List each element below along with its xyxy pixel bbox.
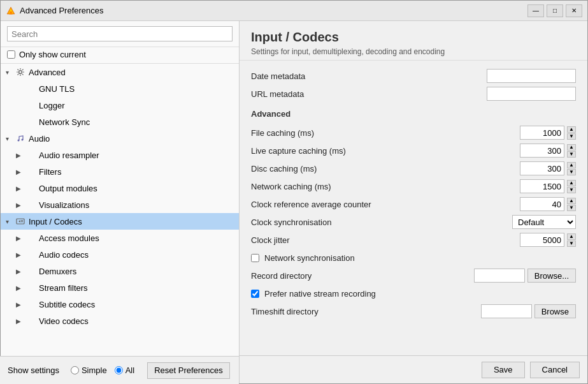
file-caching-row: File caching (ms) ▲ ▼	[251, 124, 576, 142]
clock-sync-label: Clock synchronisation	[251, 218, 512, 227]
tree-label-video_codecs: Video codecs	[39, 316, 89, 326]
only-show-current-label: Only show current	[19, 50, 86, 59]
clock-jitter-label: Clock jitter	[251, 235, 520, 245]
music-icon	[16, 134, 26, 143]
minimize-button[interactable]: —	[527, 4, 544, 17]
clock-jitter-spinner: ▲ ▼	[567, 233, 576, 247]
disc-caching-row: Disc caching (ms) ▲ ▼	[251, 159, 576, 177]
tree-item-input_codecs[interactable]: ▾ Input / Codecs	[1, 213, 239, 230]
cancel-button[interactable]: Cancel	[530, 362, 580, 378]
tree-label-audio_resampler: Audio resampler	[39, 151, 99, 160]
tree-item-subtitle_codecs[interactable]: ▶Subtitle codecs	[1, 296, 239, 313]
record-dir-input[interactable]	[474, 269, 525, 283]
file-caching-down[interactable]: ▼	[567, 133, 576, 140]
network-sync-checkbox[interactable]	[251, 254, 259, 262]
live-capture-up[interactable]: ▲	[567, 144, 576, 151]
clock-ref-input[interactable]	[520, 197, 564, 211]
live-capture-spinner: ▲ ▼	[567, 144, 576, 158]
gear-icon	[16, 68, 26, 77]
clock-sync-select[interactable]: Default None Video Samples	[512, 215, 576, 229]
panel-body: Date metadata URL metadata Advanced	[240, 61, 587, 355]
tree-item-audio_resampler[interactable]: ▶Audio resampler	[1, 147, 239, 163]
settings-mode-bar: Show settings Simple All Reset Preferenc…	[0, 356, 239, 384]
file-caching-up[interactable]: ▲	[567, 126, 576, 133]
maximize-button[interactable]: □	[547, 4, 563, 17]
expand-icon-input_codecs: ▾	[6, 218, 16, 225]
disc-caching-down[interactable]: ▼	[567, 169, 576, 175]
action-bar: Save Cancel	[240, 355, 587, 383]
clock-ref-up[interactable]: ▲	[567, 198, 576, 204]
tree-item-access_modules[interactable]: ▶Access modules	[1, 230, 239, 246]
tree-item-audio[interactable]: ▾ Audio	[1, 130, 239, 147]
save-button[interactable]: Save	[482, 362, 525, 378]
search-input[interactable]	[7, 26, 233, 41]
radio-group: Simple All	[71, 366, 134, 375]
clock-jitter-up[interactable]: ▲	[567, 233, 576, 240]
disc-caching-input[interactable]	[520, 161, 564, 175]
clock-jitter-down[interactable]: ▼	[567, 240, 576, 247]
tree-item-filters[interactable]: ▶Filters	[1, 163, 239, 180]
tree-item-video_codecs[interactable]: ▶Video codecs	[1, 313, 239, 329]
all-option: All	[115, 366, 134, 375]
date-metadata-input[interactable]	[487, 69, 576, 83]
tree-item-demuxers[interactable]: ▶Demuxers	[1, 263, 239, 279]
simple-option: Simple	[71, 366, 107, 375]
clock-ref-down[interactable]: ▼	[567, 205, 576, 211]
panel-subtitle: Settings for input, demultiplexing, deco…	[251, 47, 576, 56]
tree-item-logger[interactable]: Logger	[1, 97, 239, 114]
network-caching-up[interactable]: ▲	[567, 180, 576, 186]
tree-item-output_modules[interactable]: ▶Output modules	[1, 180, 239, 196]
tree-label-audio_codecs: Audio codecs	[39, 250, 89, 260]
only-show-current-checkbox[interactable]	[7, 50, 15, 59]
input-codecs-icon	[16, 217, 26, 226]
network-caching-input[interactable]	[520, 179, 564, 193]
record-dir-row: Record directory Browse...	[251, 267, 576, 284]
expand-icon-access_modules: ▶	[16, 235, 26, 242]
url-metadata-input[interactable]	[487, 87, 576, 101]
reset-preferences-button[interactable]: Reset Preferences	[147, 362, 230, 379]
record-dir-label: Record directory	[251, 271, 474, 281]
live-capture-input[interactable]	[520, 144, 564, 158]
tree-item-network_sync[interactable]: Network Sync	[1, 114, 239, 130]
close-button[interactable]: ✕	[566, 4, 582, 17]
tree-label-subtitle_codecs: Subtitle codecs	[39, 300, 95, 309]
clock-jitter-input[interactable]	[520, 233, 564, 247]
tree-item-advanced[interactable]: ▾ Advanced	[1, 64, 239, 80]
prefer-native-row: Prefer native stream recording	[251, 284, 576, 302]
prefer-native-checkbox[interactable]	[251, 290, 259, 298]
tree-item-audio_codecs[interactable]: ▶Audio codecs	[1, 246, 239, 263]
all-radio[interactable]	[115, 366, 123, 374]
tree-label-output_modules: Output modules	[39, 184, 97, 193]
tree-label-network_sync: Network Sync	[39, 117, 90, 127]
disc-caching-up[interactable]: ▲	[567, 162, 576, 168]
timeshift-dir-input[interactable]	[481, 304, 532, 318]
window-controls: — □ ✕	[527, 4, 582, 17]
disc-caching-control: ▲ ▼	[520, 161, 576, 175]
simple-radio[interactable]	[71, 366, 79, 374]
network-caching-down[interactable]: ▼	[567, 187, 576, 193]
file-caching-input[interactable]	[520, 126, 564, 140]
main-window: Advanced Preferences — □ ✕ Only show cur…	[0, 0, 588, 384]
tree-label-input_codecs: Input / Codecs	[29, 217, 82, 226]
live-capture-row: Live capture caching (ms) ▲ ▼	[251, 142, 576, 159]
timeshift-dir-browse[interactable]: Browse	[534, 304, 576, 318]
tree-item-stream_filters[interactable]: ▶Stream filters	[1, 279, 239, 296]
tree-label-filters: Filters	[39, 167, 61, 177]
clock-jitter-control: ▲ ▼	[520, 233, 576, 247]
tree-item-gnu_tls[interactable]: GNU TLS	[1, 80, 239, 97]
timeshift-dir-controls: Browse	[481, 304, 576, 318]
expand-icon-demuxers: ▶	[16, 268, 26, 275]
expand-icon-visualizations: ▶	[16, 202, 26, 209]
file-caching-spinner: ▲ ▼	[567, 126, 576, 140]
expand-icon-audio: ▾	[6, 135, 16, 142]
tree-label-audio: Audio	[29, 134, 50, 144]
live-capture-down[interactable]: ▼	[567, 151, 576, 158]
svg-rect-9	[21, 221, 23, 222]
record-dir-browse[interactable]: Browse...	[527, 269, 576, 283]
disc-caching-spinner: ▲ ▼	[567, 162, 576, 175]
window-title: Advanced Preferences	[20, 6, 527, 15]
timeshift-dir-label: Timeshift directory	[251, 307, 481, 316]
tree-item-visualizations[interactable]: ▶Visualizations	[1, 196, 239, 213]
network-sync-row: Network synchronisation	[251, 249, 576, 267]
network-caching-control: ▲ ▼	[520, 179, 576, 193]
